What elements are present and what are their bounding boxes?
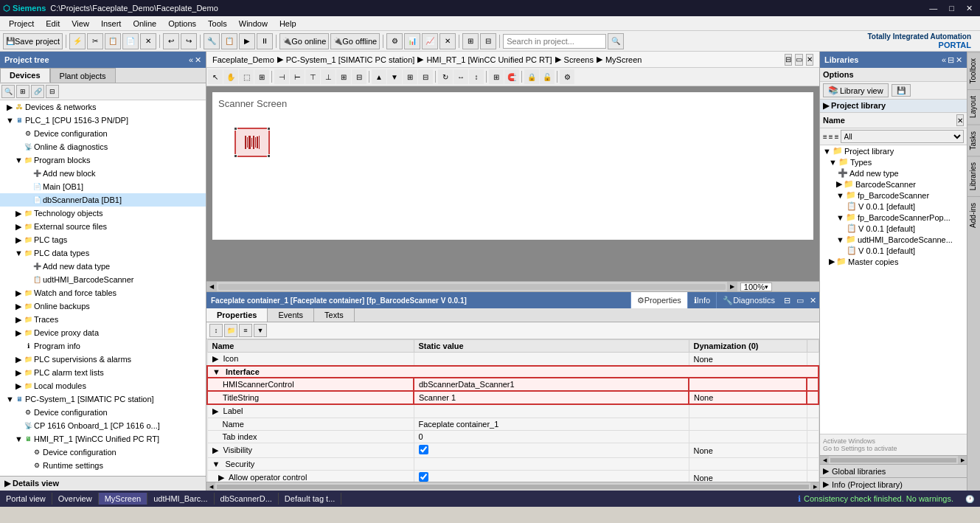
tree-item-watch-tables[interactable]: ▶ 📁 Watch and force tables <box>0 286 206 299</box>
tree-item-add-new-type[interactable]: ➕ Add new data type <box>0 260 206 273</box>
tree-item-hmi-device-config[interactable]: ⚙ Device configuration <box>0 446 206 459</box>
portal-view-btn[interactable]: Portal view <box>0 493 52 505</box>
row-value-tab-index[interactable]: 0 <box>414 431 689 443</box>
lib-close-btn[interactable]: ✕ <box>956 55 962 65</box>
lib-collapse-btn[interactable]: « <box>942 55 946 65</box>
menu-view[interactable]: View <box>66 16 95 30</box>
props-hscroll[interactable]: ◀ ▶ <box>206 482 819 491</box>
lib-filter-select[interactable]: All <box>841 130 964 143</box>
canvas-scroll-area[interactable]: Scanner Screen <box>206 86 819 281</box>
props-filter-btn[interactable]: 📁 <box>224 324 237 337</box>
barcode-faceplate-element[interactable] <box>234 128 270 157</box>
props-tab-properties[interactable]: Properties <box>206 308 268 322</box>
cv-btn-bring-front[interactable]: ▲ <box>372 69 386 84</box>
toolbar-redo[interactable]: ↪ <box>181 33 197 49</box>
lib-item-master-copies[interactable]: ▶ 📁 Master copies <box>820 256 967 267</box>
toolbar-btn-4[interactable]: 📄 <box>122 33 139 49</box>
toolbar-btn-2[interactable]: ✂ <box>87 33 103 49</box>
row-value-hmi-scanner[interactable]: dbScannerData_Scanner1 <box>414 378 689 391</box>
tree-item-pc-system[interactable]: ▼ 🖥 PC-System_1 [SIMATIC PC station] <box>0 392 206 406</box>
details-view-btn[interactable]: ▶ Details view <box>0 476 206 491</box>
rstab-tasks[interactable]: Tasks <box>967 125 980 156</box>
toolbar-btn-7[interactable]: 📋 <box>221 33 237 49</box>
info-proj-lib-section[interactable]: ▶ Info (Project library) <box>820 477 967 491</box>
lib-scroll-right[interactable]: ▶ <box>958 456 967 465</box>
tree-item-plc-sup-alarms[interactable]: ▶ 📁 PLC supervisions & alarms <box>0 353 206 366</box>
cv-btn-flip-v[interactable]: ↕ <box>469 69 484 84</box>
tree-item-plc-alarm-text[interactable]: ▶ 📁 PLC alarm text lists <box>0 366 206 379</box>
rstab-libraries[interactable]: Libraries <box>967 156 980 196</box>
proj-lib-expand[interactable]: ▶ <box>823 101 829 110</box>
lib-item-project-library[interactable]: ▼ 📁 Project library <box>820 145 967 156</box>
cv-btn-unlock[interactable]: 🔓 <box>540 69 555 84</box>
panel-close-btn[interactable]: ✕ <box>195 55 201 65</box>
cv-btn-align-left[interactable]: ⊣ <box>274 69 289 84</box>
lib-item-fp-barcode-scanner-pop[interactable]: ▼ 📁 fp_BarcodeScannerPop... <box>820 212 967 223</box>
props-scroll-thumb[interactable] <box>217 485 809 489</box>
lib-item-udt-v001[interactable]: 📋 V 0.0.1 [default] <box>820 245 967 256</box>
cv-btn-zoom-out[interactable]: ⊞ <box>254 69 269 84</box>
props-undock-btn[interactable]: ⊟ <box>781 292 793 308</box>
tree-item-plc-tags[interactable]: ▶ 📁 PLC tags <box>0 233 206 246</box>
menu-edit[interactable]: Edit <box>40 16 66 30</box>
toolbar-btn-14[interactable]: ⊞ <box>462 33 479 49</box>
cv-btn-select[interactable]: ↖ <box>208 69 223 84</box>
expand-arrow-icon[interactable]: ▶ <box>212 354 218 363</box>
minimize-btn[interactable]: — <box>925 4 942 13</box>
tree-expand-btn[interactable]: ⊟ <box>46 85 59 98</box>
expand-arrow-operator[interactable]: ▶ <box>218 473 224 482</box>
tree-item-main-ob1[interactable]: 📄 Main [OB1] <box>0 180 206 193</box>
lib-item-fp-pop-v001[interactable]: 📋 V 0.0.1 [default] <box>820 223 967 234</box>
toolbar-btn-10[interactable]: ⚙ <box>386 33 403 49</box>
expand-arrow-security[interactable]: ▼ <box>212 460 220 468</box>
lib-scroll-thumb[interactable] <box>830 458 956 463</box>
props-row-hmi-scanner[interactable]: HMIScannerControl dbScannerData_Scanner1 <box>207 378 819 391</box>
toolbar-btn-5[interactable]: ✕ <box>140 33 156 49</box>
tree-item-program-blocks[interactable]: ▼ 📁 Program blocks <box>0 153 206 167</box>
tree-link-btn[interactable]: 🔗 <box>31 85 44 98</box>
tree-item-online-diag[interactable]: 📡 Online & diagnostics <box>0 140 206 153</box>
overview-btn[interactable]: Overview <box>52 493 99 505</box>
props-row-operator-control[interactable]: ▶ Allow operator control None <box>207 471 819 482</box>
cv-btn-align-center[interactable]: ⊢ <box>290 69 305 84</box>
global-libraries-section[interactable]: ▶ Global libraries <box>820 464 967 477</box>
tree-item-device-config-1[interactable]: ⚙ Device configuration <box>0 127 206 140</box>
props-rtab-info[interactable]: ℹ Info <box>687 292 716 308</box>
lib-undock-btn[interactable]: ⊟ <box>948 55 954 65</box>
collapse-panel-btn[interactable]: « <box>189 55 193 65</box>
rstab-layout[interactable]: Layout <box>967 89 980 124</box>
cv-btn-snap[interactable]: 🧲 <box>504 69 519 84</box>
operator-control-checkbox[interactable] <box>419 472 428 482</box>
menu-online[interactable]: Online <box>127 16 162 30</box>
dbscanner-tab[interactable]: dbScannerD... <box>215 493 279 505</box>
row-value-title-string[interactable]: Scanner 1 <box>414 391 689 404</box>
cv-btn-align-top[interactable]: ⊥ <box>321 69 336 84</box>
go-online-btn[interactable]: 🔌 Go online <box>279 33 329 49</box>
rstab-addins[interactable]: Add-ins <box>967 196 980 234</box>
props-funnel-btn[interactable]: ▼ <box>254 324 267 337</box>
props-rtab-diagnostics[interactable]: 🔧 Diagnostics <box>716 292 781 308</box>
lib-scroll-left[interactable]: ◀ <box>820 456 829 465</box>
tree-item-cp1616[interactable]: 📡 CP 1616 Onboard_1 [CP 1616 o...] <box>0 419 206 432</box>
cv-btn-lock[interactable]: 🔒 <box>524 69 539 84</box>
canvas-hscroll[interactable]: ◀ ▶ 100% ▾ <box>206 281 819 291</box>
menu-project[interactable]: Project <box>3 16 40 30</box>
tree-item-dbscanner[interactable]: 📄 dbScannerData [DB1] <box>0 193 206 207</box>
cv-btn-group[interactable]: ⊞ <box>403 69 417 84</box>
tree-item-pc-device-config[interactable]: ⚙ Device configuration <box>0 406 206 419</box>
props-row-name[interactable]: Name Faceplate container_1 <box>207 418 819 431</box>
tree-item-hmi-rt1[interactable]: ▼ 🖥 HMI_RT_1 [WinCC Unified PC RT] <box>0 432 206 446</box>
scroll-left-btn[interactable]: ◀ <box>206 282 217 292</box>
toolbar-btn-3[interactable]: 📋 <box>105 33 121 49</box>
props-sort-btn[interactable]: ↕ <box>209 324 223 337</box>
tree-item-traces[interactable]: ▶ 📁 Traces <box>0 313 206 326</box>
tree-item-local-modules[interactable]: ▶ 📁 Local modules <box>0 379 206 392</box>
zoom-slider[interactable] <box>775 283 819 291</box>
props-rtab-properties[interactable]: ⚙ Properties <box>630 292 687 308</box>
lib-hscroll[interactable]: ◀ ▶ <box>820 455 967 464</box>
toolbar-btn-12[interactable]: 📈 <box>422 33 438 49</box>
toolbar-btn-13[interactable]: ✕ <box>439 33 456 49</box>
props-row-title-string[interactable]: TitleString Scanner 1 None <box>207 391 819 404</box>
props-scroll-left[interactable]: ◀ <box>206 482 215 491</box>
tree-item-add-new-block[interactable]: ➕ Add new block <box>0 167 206 180</box>
